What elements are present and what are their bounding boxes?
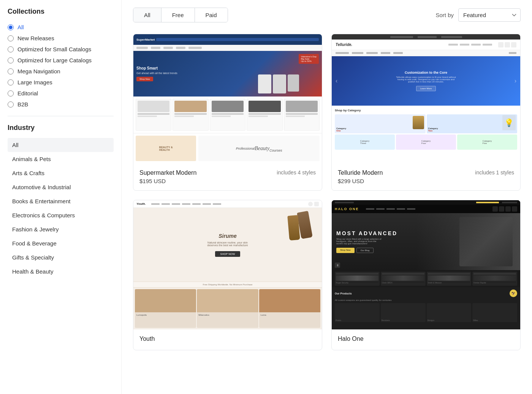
product-info-halo: Halo One [332,329,520,350]
collection-item-editorial[interactable]: Editorial [8,88,114,99]
collection-label-large-catalogs: Optimized for Large Catalogs [17,57,92,63]
collections-title: Collections [8,8,114,16]
sort-label: Sort by [435,12,454,18]
collections-list: All New Releases Optimized for Small Cat… [8,22,114,110]
product-card-youth[interactable]: Youth. [133,200,322,350]
collection-radio-small-catalogs[interactable] [8,46,14,52]
product-styles-supermarket: includes 4 styles [277,169,316,176]
product-grid: SuperMarket Shop Smart [133,34,521,350]
main-content: All Free Paid Sort by Featured Newest Pr… [122,0,532,394]
collection-radio-large-images[interactable] [8,79,14,85]
product-title-halo: Halo One [338,335,364,342]
product-title-youth: Youth [139,335,155,342]
sort-select[interactable]: Featured Newest Price: Low to High Price… [458,8,521,22]
product-preview-halo: HALO ONE [332,200,520,329]
sm-nav [133,45,322,51]
collection-item-small-catalogs[interactable]: Optimized for Small Catalogs [8,44,114,55]
collection-radio-b2b[interactable] [8,101,14,108]
industry-list: All Animals & Pets Arts & Crafts Automot… [8,138,114,278]
industry-item-food[interactable]: Food & Beverage [8,236,114,250]
product-info-youth: Youth [133,329,322,350]
collection-radio-all[interactable] [8,24,14,30]
collection-label-all: All [17,24,24,30]
collection-radio-mega-nav[interactable] [8,68,14,74]
industry-item-animals[interactable]: Animals & Pets [8,152,114,166]
collection-radio-new-releases[interactable] [8,35,14,41]
industry-item-automotive[interactable]: Automotive & Industrial [8,180,114,194]
product-price-supermarket: $195 USD [139,178,196,184]
sort-bar: Sort by Featured Newest Price: Low to Hi… [435,8,521,22]
collection-item-new-releases[interactable]: New Releases [8,33,114,44]
industry-item-gifts[interactable]: Gifts & Specialty [8,250,114,264]
industry-item-arts[interactable]: Arts & Crafts [8,166,114,180]
industry-item-electronics[interactable]: Electronics & Computers [8,208,114,222]
collection-item-large-catalogs[interactable]: Optimized for Large Catalogs [8,55,114,66]
product-card-halo[interactable]: HALO ONE [331,200,521,350]
sidebar-divider [8,116,114,116]
product-info-telluride: Telluride Modern $299 USD includes 1 sty… [332,163,520,190]
product-info-supermarket: Supermarket Modern $195 USD includes 4 s… [133,163,322,190]
product-styles-telluride: includes 1 styles [475,169,514,176]
collection-label-editorial: Editorial [17,90,38,97]
product-price-telluride: $299 USD [338,178,383,184]
collection-item-b2b[interactable]: B2B [8,99,114,110]
product-title-supermarket: Supermarket Modern [139,169,196,176]
collection-item-mega-nav[interactable]: Mega Navigation [8,66,114,77]
product-preview-telluride: Telluride. [332,34,520,163]
collection-label-large-images: Large Images [17,79,52,85]
industry-item-books[interactable]: Books & Entertainment [8,194,114,208]
collection-radio-editorial[interactable] [8,90,14,97]
filter-tab-all[interactable]: All [133,8,162,22]
page-container: Collections All New Releases Optimized f… [0,0,532,394]
sidebar: Collections All New Releases Optimized f… [0,0,122,394]
product-preview-youth: Youth. [133,200,322,329]
collection-label-mega-nav: Mega Navigation [17,68,60,74]
filter-tab-paid[interactable]: Paid [195,8,228,22]
sm-header: SuperMarket [133,34,322,45]
filter-tab-free[interactable]: Free [162,8,195,22]
collection-radio-large-catalogs[interactable] [8,57,14,63]
collection-label-b2b: B2B [17,101,28,108]
product-title-telluride: Telluride Modern [338,169,383,176]
product-card-supermarket[interactable]: SuperMarket Shop Smart [133,34,322,191]
product-preview-supermarket: SuperMarket Shop Smart [133,34,322,163]
industry-item-all[interactable]: All [8,138,114,152]
sm-hero: Shop Smart Get ahead with all the latest… [133,51,322,97]
top-bar: All Free Paid Sort by Featured Newest Pr… [133,8,521,22]
filter-tabs: All Free Paid [133,8,228,22]
industry-item-fashion[interactable]: Fashion & Jewelry [8,222,114,236]
industry-item-health[interactable]: Health & Beauty [8,264,114,278]
collection-item-all[interactable]: All [8,22,114,33]
collection-label-new-releases: New Releases [17,35,54,41]
collection-item-large-images[interactable]: Large Images [8,77,114,88]
product-card-telluride[interactable]: Telluride. [331,34,521,191]
collection-label-small-catalogs: Optimized for Small Catalogs [17,46,91,52]
industry-title: Industry [8,124,114,132]
